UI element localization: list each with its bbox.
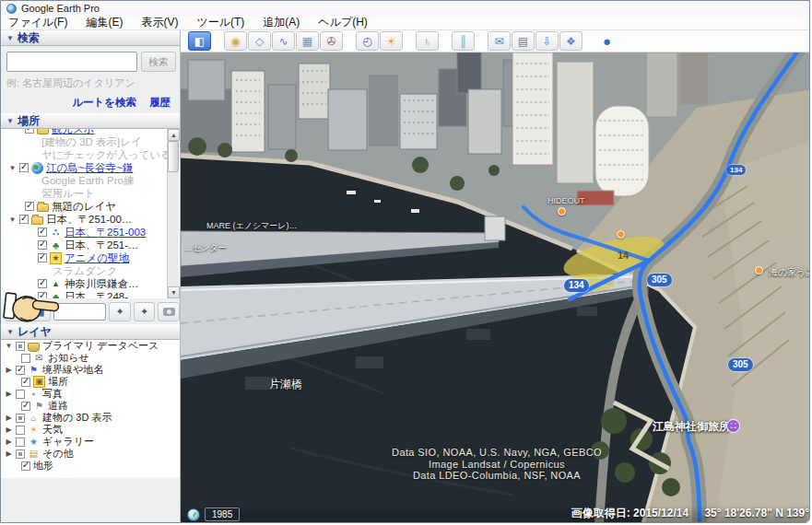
cluster-icon: ♣ (50, 239, 62, 251)
layer-borders-labels[interactable]: ▶ ⚑ 境界線や地名 (1, 364, 180, 376)
expander-closed-icon[interactable]: ▶ (5, 449, 13, 458)
sunlight-button[interactable]: ☀ (380, 31, 403, 51)
places-item-note: ヤにチェックが入っている (1, 148, 180, 161)
expander-closed-icon[interactable]: ▶ (5, 438, 13, 446)
expander-open-icon[interactable]: ▼ (5, 342, 13, 350)
search-panel-header[interactable]: ▼ 検索 (1, 30, 180, 46)
expander-closed-icon[interactable]: ▶ (5, 366, 13, 374)
folder-open-icon (31, 216, 43, 225)
menu-file[interactable]: ファイル(F) (8, 15, 67, 30)
attribution-line: Data LDEO-Columbia, NSF, NOAA (181, 470, 810, 482)
menu-view[interactable]: 表示(V) (141, 15, 178, 30)
checkbox[interactable] (21, 354, 30, 363)
layer-places[interactable]: ▣ 場所 (1, 376, 180, 388)
map-label-mare: MARE (エノシマーレ)… (206, 220, 298, 232)
places-item-anime-seichi[interactable]: ★ アニメの聖地 (1, 251, 180, 264)
orange-placemark[interactable] (755, 266, 763, 274)
checkbox[interactable] (21, 378, 30, 387)
checkbox[interactable] (25, 129, 34, 134)
checkbox[interactable] (16, 390, 25, 399)
view-in-maps-button[interactable]: ❖ (559, 31, 583, 51)
move-down-button[interactable]: ✦ (134, 302, 156, 321)
play-tour-button[interactable] (158, 302, 180, 321)
historical-clock-icon[interactable] (187, 508, 200, 521)
scroll-up-button[interactable]: ▲ (168, 129, 180, 141)
menu-help[interactable]: ヘルプ(H) (318, 15, 368, 30)
latlon-readout: 35° 18'26.78" N 139° 2 (704, 507, 810, 519)
collapse-triangle-icon[interactable]: ▼ (6, 117, 14, 125)
globe-button[interactable]: ● (595, 31, 618, 51)
toolbar: ◧ ◉ ◇ ∿ ▦ ✇ ◴ ☀ ♄ ║ ✉ ▤ ⇩ ❖ ● (181, 30, 810, 52)
record-tour-button[interactable]: ✇ (320, 31, 343, 51)
places-scrollbar[interactable]: ▲ ▼ (167, 129, 179, 298)
checkbox[interactable] (19, 163, 29, 172)
checkbox[interactable] (16, 426, 25, 435)
move-up-button[interactable]: ✦ (109, 302, 131, 321)
layer-more[interactable]: ▶ ▤ その他 (1, 448, 180, 460)
checkbox[interactable] (19, 215, 29, 224)
path-button[interactable]: ∿ (272, 31, 295, 51)
layer-gallery[interactable]: ▶ ★ ギャラリー (1, 436, 180, 448)
image-overlay-button[interactable]: ▦ (296, 31, 319, 51)
checkbox[interactable] (38, 228, 47, 237)
checkbox[interactable] (21, 461, 30, 471)
collapse-triangle-icon[interactable]: ▼ (6, 34, 14, 42)
places-panel-header[interactable]: ▼ 場所 (1, 113, 180, 129)
sidebar-toggle-button[interactable]: ◧ (188, 31, 211, 51)
placemark-button[interactable]: ◉ (224, 31, 247, 51)
planets-button[interactable]: ♄ (416, 31, 439, 51)
checkbox-tristate[interactable] (16, 449, 25, 459)
checkbox[interactable] (16, 366, 25, 375)
map-view[interactable]: 片瀬橋 江島神社御旅所 MARE (エノシマーレ)… …センター HIDEOUT… (181, 52, 810, 523)
menu-add[interactable]: 追加(A) (263, 15, 300, 30)
checkbox-tristate[interactable] (16, 342, 25, 351)
places-item-japan-folder[interactable]: ▼ 日本、〒251-00… (1, 213, 180, 226)
earth-icon (31, 162, 43, 174)
tour-camera-icon (163, 308, 175, 316)
places-item-enoshima-route[interactable]: ▼ 江の島~長谷寺~鎌 (1, 161, 180, 174)
search-button[interactable]: 検索 (141, 52, 176, 72)
checkbox[interactable] (38, 240, 47, 250)
attribution-line: Data SIO, NOAA, U.S. Navy, NGA, GEBCO (181, 447, 810, 459)
checkbox[interactable] (21, 402, 30, 411)
search-hint: 例: 名古屋周辺のイタリアン (6, 76, 176, 90)
route-search-link[interactable]: ルートを検索 (72, 96, 136, 110)
map-label-katasebashi: 片瀬橋 (269, 377, 302, 392)
layer-primary-database[interactable]: ▼ プライマリ データベース (1, 340, 180, 352)
search-input[interactable] (6, 52, 137, 72)
expander-closed-icon[interactable]: ▶ (5, 426, 13, 434)
save-image-button[interactable]: ⇩ (535, 31, 559, 51)
expander-open-icon[interactable]: ▼ (8, 164, 17, 172)
planets-icon: ♄ (423, 35, 431, 48)
places-item-untitled-layer[interactable]: 無題のレイヤ (1, 200, 180, 213)
expander-closed-icon[interactable]: ▶ (5, 414, 13, 422)
shrine-marker-icon[interactable]: ⛶ (726, 419, 740, 433)
menu-edit[interactable]: 編集(E) (86, 15, 123, 30)
expander-open-icon[interactable]: ▼ (8, 216, 17, 224)
scrollbar-thumb[interactable] (168, 141, 179, 172)
expander-closed-icon[interactable]: ▶ (5, 390, 13, 398)
ruler-button[interactable]: ║ (452, 31, 475, 51)
places-item-japan-251[interactable]: ♣ 日本、〒251-… (1, 239, 180, 251)
orange-placemark[interactable] (558, 207, 566, 216)
layer-3d-buildings[interactable]: ▶ ⌂ 建物の 3D 表示 (1, 412, 180, 424)
menu-tools[interactable]: ツール(T) (196, 15, 244, 30)
polygon-button[interactable]: ◇ (248, 31, 271, 51)
history-link[interactable]: 履歴 (149, 96, 171, 110)
email-button[interactable]: ✉ (488, 31, 511, 51)
folder-icon (37, 204, 49, 212)
layer-photos[interactable]: ▶ ▪ 写真 (1, 388, 180, 400)
print-button[interactable]: ▤ (512, 31, 535, 51)
checkbox[interactable] (25, 202, 34, 211)
checkbox[interactable] (38, 253, 47, 262)
imagery-year-badge[interactable]: 1985 (205, 508, 240, 521)
orange-placemark[interactable] (617, 230, 625, 239)
places-item-japan-251-003[interactable]: ∴ 日本、〒251-003 (1, 226, 180, 239)
scroll-down-button[interactable]: ▼ (168, 286, 180, 298)
save-image-icon: ⇩ (542, 35, 551, 48)
database-icon (28, 343, 40, 352)
layer-terrain[interactable]: 地形 (1, 460, 180, 472)
checkbox-tristate[interactable] (16, 414, 25, 423)
historical-imagery-button[interactable]: ◴ (356, 31, 379, 51)
checkbox[interactable] (16, 438, 25, 447)
